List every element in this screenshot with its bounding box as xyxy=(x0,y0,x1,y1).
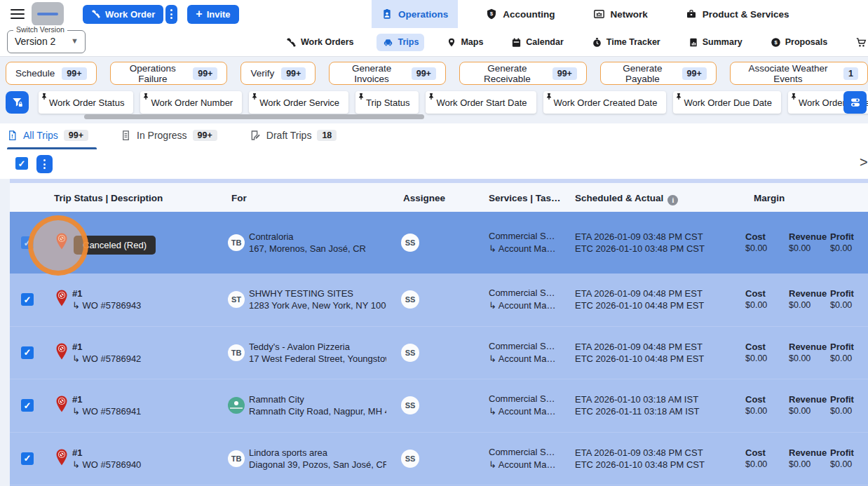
tab-in-progress[interactable]: In Progress 99+ xyxy=(121,130,217,141)
customer-info[interactable]: Teddy's - Avalon Pizzeria 17 West Federa… xyxy=(249,341,386,365)
nav-work-orders[interactable]: Work Orders xyxy=(280,34,360,51)
tab-accounting[interactable]: $ Accounting xyxy=(476,0,564,28)
work-order-link[interactable]: ↳ WO #5786941 xyxy=(72,405,141,417)
trip-status-pin-canceled-icon[interactable] xyxy=(53,289,70,311)
row-checkbox[interactable]: ✓ xyxy=(21,399,34,412)
customer-avatar-photo[interactable] xyxy=(228,397,245,414)
table-row[interactable]: ✓ #1↳ WO #5786942 TB Teddy's - Avalon Pi… xyxy=(10,327,868,380)
customer-info[interactable]: Ramnath City Ramnath City Road, Nagpur, … xyxy=(249,393,386,417)
count-badge: 99+ xyxy=(682,67,707,80)
chip-trip-status[interactable]: Trip Status xyxy=(355,91,419,114)
menu-icon[interactable] xyxy=(11,9,25,19)
customer-avatar[interactable]: TB xyxy=(228,344,245,361)
assignee-avatar[interactable]: SS xyxy=(401,396,419,414)
chip-work-order-service[interactable]: Work Order Service xyxy=(249,91,348,114)
margin-cost: Cost$0.00 xyxy=(745,341,767,365)
services-cell[interactable]: Commercial S… ↳ Account Ma… xyxy=(489,340,570,365)
trip-description[interactable]: #1↳ WO #5786943 xyxy=(72,288,141,311)
trip-description[interactable]: #1↳ WO #5786941 xyxy=(72,393,141,417)
trip-status-pin-canceled-icon[interactable] xyxy=(53,342,70,363)
nav-maps[interactable]: Maps xyxy=(441,34,489,51)
services-cell[interactable]: Commercial S… ↳ Account Ma… xyxy=(489,287,570,312)
generate-receivable-button[interactable]: Generate Receivable99+ xyxy=(459,62,587,85)
customer-info[interactable]: Lindora sports area Diagonal 39, Pozos, … xyxy=(249,447,386,471)
chip-work-order-number[interactable]: Work Order Number xyxy=(140,91,242,114)
column-settings-button[interactable] xyxy=(843,91,867,114)
services-cell[interactable]: Commercial S… ↳ Account Ma… xyxy=(489,446,570,471)
col-assignee[interactable]: Assignee xyxy=(403,193,445,203)
service-name: Commercial S… xyxy=(489,393,570,405)
customer-info[interactable]: Contraloria 167, Morenos, San José, CR xyxy=(249,231,386,255)
assignee-avatar[interactable]: SS xyxy=(401,450,419,468)
row-checkbox[interactable]: ✓ xyxy=(21,236,34,249)
info-icon[interactable]: i xyxy=(667,195,678,205)
trip-description[interactable]: #1↳ WO #5786942 xyxy=(72,341,141,365)
count-badge: 99+ xyxy=(281,67,306,80)
chip-work-order-status[interactable]: Work Order Status xyxy=(39,91,133,114)
operations-failure-button[interactable]: Operations Failure99+ xyxy=(110,62,228,85)
nav-purchase-orders[interactable]: Purchase Orders xyxy=(850,34,868,51)
col-scheduled[interactable]: Scheduled & Actuali xyxy=(575,193,678,205)
version-select[interactable]: Switch Version Version 2 ▼ xyxy=(7,30,86,53)
invite-button[interactable]: + Invite xyxy=(187,5,238,24)
services-cell[interactable]: Commercial S… ↳ Account Ma… xyxy=(489,393,570,418)
company-logo[interactable] xyxy=(32,2,64,26)
customer-avatar[interactable]: ST xyxy=(228,291,245,308)
filter-lock-button[interactable] xyxy=(6,91,29,114)
col-description[interactable]: Trip Status | Description xyxy=(54,193,163,203)
generate-payable-button[interactable]: Generate Payable99+ xyxy=(600,62,717,85)
horizontal-scrollbar[interactable] xyxy=(84,114,424,119)
chip-work-order-due-date[interactable]: Work Order Due Date xyxy=(673,91,780,114)
work-order-link[interactable]: ↳ WO #5786943 xyxy=(72,299,141,311)
service-name: Commercial S… xyxy=(489,340,570,353)
work-order-link[interactable]: ↳ WO #5786942 xyxy=(72,353,141,365)
tab-all-trips[interactable]: All Trips 99+ xyxy=(7,130,88,141)
assignee-avatar[interactable]: SS xyxy=(401,344,419,362)
work-order-more-button[interactable] xyxy=(165,5,177,24)
trip-description[interactable]: #1↳ WO #5786940 xyxy=(72,447,141,471)
generate-invoices-button[interactable]: Generate Invoices99+ xyxy=(329,62,446,85)
chip-work-order-start-date[interactable]: Work Order Start Date xyxy=(426,91,536,114)
col-for[interactable]: For xyxy=(231,193,247,203)
row-checkbox[interactable]: ✓ xyxy=(21,293,34,306)
row-checkbox[interactable]: ✓ xyxy=(21,346,34,359)
customer-avatar[interactable]: TB xyxy=(228,234,245,251)
verify-button[interactable]: Verify99+ xyxy=(240,62,316,85)
collapse-panel-chevron-icon[interactable]: > xyxy=(860,154,868,170)
nav-calendar[interactable]: Calendar xyxy=(506,34,569,51)
work-order-button[interactable]: Work Order xyxy=(83,5,163,24)
col-services[interactable]: Services | Tas… xyxy=(489,193,561,203)
assignee-avatar[interactable]: SS xyxy=(401,234,419,252)
customer-info[interactable]: SHWHY TESTING SITES 1283 York Ave, New Y… xyxy=(249,288,386,311)
services-cell[interactable]: Commercial S… ↳ Account Ma… xyxy=(489,230,570,255)
nav-time-tracker[interactable]: Time Tracker xyxy=(586,34,666,51)
row-checkbox[interactable]: ✓ xyxy=(21,452,34,465)
table-row[interactable]: ✓ TB Contraloria 167, Morenos, San José,… xyxy=(10,212,868,274)
eta: ETA 2026-01-10 03:18 AM IST xyxy=(575,393,700,405)
table-row[interactable]: ✓ #1↳ WO #5786943 ST SHWHY TESTING SITES… xyxy=(10,274,868,327)
col-margin[interactable]: Margin xyxy=(754,193,785,203)
table-row[interactable]: ✓ #1↳ WO #5786941 Ramnath City Ramnath C… xyxy=(10,379,868,433)
nav-trips[interactable]: Trips xyxy=(377,34,425,51)
pushpin-icon xyxy=(428,93,434,100)
nav-summary[interactable]: Summary xyxy=(683,34,748,51)
nav-proposals[interactable]: $ Proposals xyxy=(765,34,833,51)
select-all-checkbox[interactable]: ✓ xyxy=(15,157,28,170)
chip-work-order-created-date[interactable]: Work Order Created Date xyxy=(543,91,667,114)
trip-status-pin-canceled-icon[interactable] xyxy=(53,447,70,469)
margin-revenue: Revenue$0.00 xyxy=(789,341,827,365)
tab-network[interactable]: Network xyxy=(583,0,658,28)
schedule-button[interactable]: Schedule99+ xyxy=(6,62,97,85)
table-header: Trip Status | Description For Assignee S… xyxy=(10,179,868,212)
customer-avatar[interactable]: TB xyxy=(228,450,245,467)
bulk-menu-button[interactable] xyxy=(36,155,53,173)
tab-product-services[interactable]: Product & Services xyxy=(676,0,799,28)
tab-operations[interactable]: Operations xyxy=(372,0,458,28)
table-row[interactable]: ✓ #1↳ WO #5786940 TB Lindora sports area… xyxy=(10,433,868,486)
work-order-link[interactable]: ↳ WO #5786940 xyxy=(72,459,141,471)
associate-weather-events-button[interactable]: Associate Weather Events1 xyxy=(730,62,868,85)
trip-status-pin-canceled-icon[interactable] xyxy=(53,232,70,254)
tab-draft-trips[interactable]: Draft Trips 18 xyxy=(250,130,337,141)
trip-status-pin-canceled-icon[interactable] xyxy=(53,395,70,417)
assignee-avatar[interactable]: SS xyxy=(401,290,419,309)
